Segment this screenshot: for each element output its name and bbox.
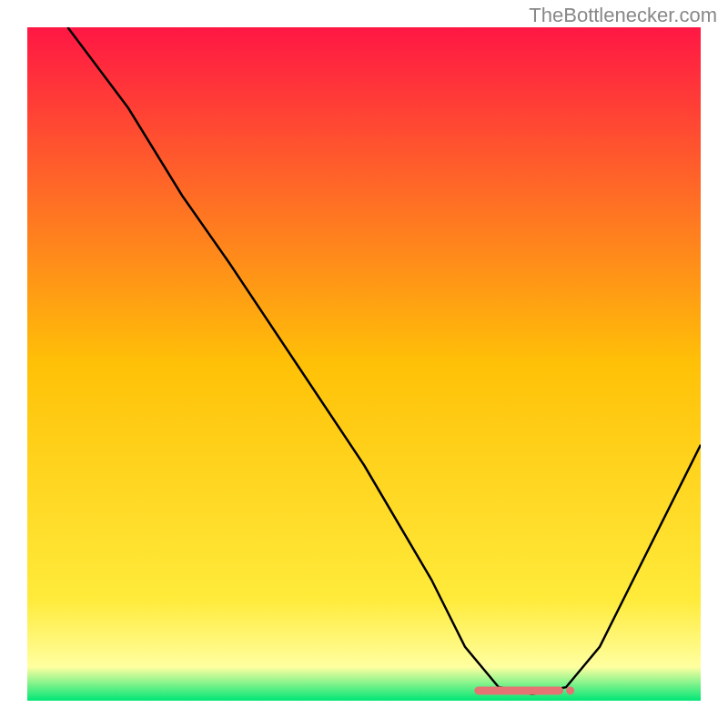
- watermark-text: TheBottlenecker.com: [529, 4, 717, 27]
- marker-group: [479, 686, 574, 694]
- chart-container: [27, 27, 701, 701]
- chart-background: [27, 27, 701, 701]
- marker-optimal-range-dot: [566, 686, 574, 694]
- chart-svg: [27, 27, 701, 701]
